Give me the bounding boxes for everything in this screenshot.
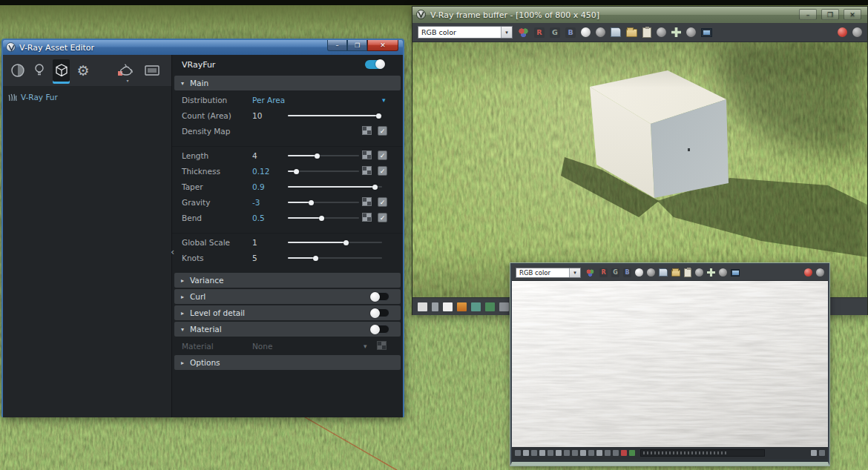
param-checkbox[interactable]: ✓ [378, 126, 387, 136]
minimize-button[interactable]: – [327, 40, 347, 51]
blue-channel-button[interactable]: B [623, 268, 631, 277]
lens-effects-icon[interactable] [457, 302, 467, 311]
param-value[interactable]: 0.5 [252, 214, 265, 222]
param-checkbox[interactable]: ✓ [378, 197, 387, 207]
param-value[interactable]: Per Area [252, 96, 285, 105]
statusbar-icon[interactable] [580, 450, 586, 456]
param-slider[interactable] [288, 217, 359, 219]
param-checkbox[interactable]: ✓ [378, 213, 387, 222]
slider-knob[interactable] [309, 200, 314, 205]
materials-tab[interactable] [9, 59, 26, 82]
copy-clipboard-icon[interactable] [684, 268, 691, 277]
channel-select[interactable]: RGB color ▾ [418, 26, 513, 39]
copy-clipboard-icon[interactable] [642, 27, 651, 38]
statusbar-icon[interactable] [548, 450, 553, 456]
green-channel-button[interactable]: G [611, 268, 619, 277]
blue-channel-button[interactable]: B [565, 27, 576, 38]
render-last-icon[interactable] [816, 268, 824, 277]
render-last-icon[interactable] [852, 27, 862, 37]
minimize-button[interactable]: – [799, 9, 817, 20]
asset-editor-titlebar[interactable]: V-Ray Asset Editor – ❐ ✕ [3, 40, 403, 55]
snapshot-icon[interactable] [443, 302, 453, 311]
texture-map-icon[interactable] [362, 197, 372, 206]
rgb-channels-icon[interactable] [518, 27, 529, 38]
compare-image-icon[interactable] [731, 269, 740, 277]
statusbar-icon[interactable] [629, 450, 635, 456]
statusbar-icon[interactable] [588, 450, 594, 456]
ab-compare-icon[interactable] [432, 302, 438, 311]
render-button[interactable]: ▾ [116, 59, 134, 82]
statusbar-icon[interactable] [564, 450, 570, 456]
slider-knob[interactable] [343, 240, 349, 245]
curl-toggle[interactable] [370, 292, 389, 301]
maximize-button[interactable]: ❐ [347, 40, 367, 51]
save-image-icon[interactable] [611, 27, 621, 37]
maximize-button[interactable]: ❐ [821, 9, 839, 20]
texture-map-icon[interactable] [362, 150, 372, 159]
stop-render-icon[interactable] [838, 27, 847, 37]
param-value[interactable]: 0.12 [252, 167, 269, 176]
material-toggle[interactable] [370, 325, 389, 334]
statusbar-icon[interactable] [621, 450, 627, 456]
alpha-channel-icon[interactable] [581, 27, 591, 37]
settings-tab[interactable]: ⚙ [74, 59, 91, 82]
slider-knob[interactable] [319, 216, 324, 221]
history-icon[interactable] [418, 302, 427, 311]
statusbar-icon[interactable] [572, 450, 578, 456]
param-value[interactable]: -3 [252, 198, 260, 207]
level-of-detail-toggle[interactable] [370, 308, 389, 317]
close-button[interactable]: ✕ [844, 9, 861, 20]
asset-list-item-vray-fur[interactable]: V-Ray Fur [3, 90, 171, 105]
param-value[interactable]: 1 [252, 238, 257, 247]
channel-select-arrow-icon[interactable]: ▾ [569, 268, 580, 277]
param-value[interactable]: 4 [252, 151, 257, 160]
param-value[interactable]: 10 [252, 111, 262, 120]
green-channel-button[interactable]: G [550, 27, 560, 38]
exposure-icon[interactable] [499, 302, 509, 311]
section-options[interactable]: ▸ Options [174, 355, 401, 370]
color-corrections-icon[interactable] [485, 302, 495, 311]
show-frame-buffer-button[interactable] [144, 59, 161, 82]
track-mouse-icon[interactable] [671, 27, 681, 37]
geometry-tab-selected[interactable] [53, 59, 70, 82]
alpha-channel-icon[interactable] [635, 268, 643, 277]
section-curl[interactable]: ▸ Curl [174, 289, 401, 304]
statusbar-icon[interactable] [596, 450, 602, 456]
render-options-caret-icon[interactable]: ▾ [127, 78, 129, 83]
section-variance[interactable]: ▸ Variance [174, 273, 401, 288]
statusbar-icon[interactable] [819, 450, 825, 456]
param-slider[interactable] [288, 257, 382, 259]
slider-knob[interactable] [372, 185, 378, 190]
channel-select-arrow-icon[interactable]: ▾ [501, 27, 512, 38]
param-checkbox[interactable]: ✓ [378, 166, 387, 176]
monochrome-icon[interactable] [596, 27, 605, 37]
statusbar-icon[interactable] [811, 450, 817, 456]
red-channel-button[interactable]: R [534, 27, 545, 38]
red-channel-button[interactable]: R [599, 268, 608, 277]
lights-tab[interactable] [30, 59, 47, 82]
section-material[interactable]: ▾ Material [174, 322, 401, 337]
section-main[interactable]: ▾ Main [174, 76, 401, 90]
statusbar-icon[interactable] [613, 450, 619, 456]
load-image-icon[interactable] [671, 270, 680, 277]
compare-image-icon[interactable] [701, 28, 712, 37]
param-slider[interactable] [288, 115, 382, 116]
statusbar-icon[interactable] [539, 450, 545, 456]
load-image-icon[interactable] [626, 29, 637, 37]
statusbar-icon[interactable] [556, 450, 562, 456]
slider-knob[interactable] [315, 153, 320, 159]
region-render-icon[interactable] [719, 268, 727, 277]
stamp-icon[interactable] [471, 302, 481, 311]
section-level-of-detail[interactable]: ▸ Level of detail [174, 305, 401, 320]
color-correction-icon[interactable] [695, 268, 703, 277]
texture-map-icon[interactable] [362, 126, 372, 135]
texture-map-icon[interactable] [362, 166, 372, 175]
track-mouse-icon[interactable] [707, 268, 715, 277]
monochrome-icon[interactable] [647, 268, 655, 277]
texture-map-icon[interactable] [362, 213, 372, 222]
param-slider[interactable] [288, 186, 382, 188]
param-slider[interactable] [288, 155, 359, 156]
slider-knob[interactable] [294, 169, 299, 174]
fur-enabled-toggle[interactable] [365, 60, 384, 69]
dropdown-chevron-icon[interactable]: ▾ [382, 96, 386, 104]
